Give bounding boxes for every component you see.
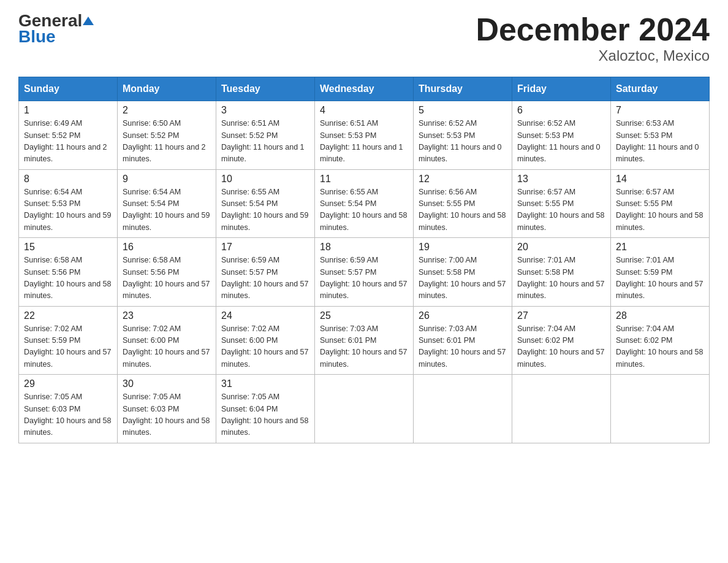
day-info: Sunrise: 6:59 AMSunset: 5:57 PMDaylight:… xyxy=(221,255,309,302)
day-number: 1 xyxy=(24,105,112,116)
calendar-week-row: 8 Sunrise: 6:54 AMSunset: 5:53 PMDayligh… xyxy=(19,169,710,238)
day-of-week-header: Sunday xyxy=(19,77,118,101)
day-number: 25 xyxy=(320,310,408,321)
calendar-week-row: 15 Sunrise: 6:58 AMSunset: 5:56 PMDaylig… xyxy=(19,238,710,307)
day-number: 15 xyxy=(24,242,112,253)
day-of-week-header: Thursday xyxy=(414,77,512,101)
calendar-cell: 17 Sunrise: 6:59 AMSunset: 5:57 PMDaylig… xyxy=(216,238,315,307)
calendar-week-row: 29 Sunrise: 7:05 AMSunset: 6:03 PMDaylig… xyxy=(19,375,710,443)
day-number: 21 xyxy=(616,242,704,253)
calendar-cell: 1 Sunrise: 6:49 AMSunset: 5:52 PMDayligh… xyxy=(19,101,118,170)
calendar-cell: 27 Sunrise: 7:04 AMSunset: 6:02 PMDaylig… xyxy=(512,306,611,375)
calendar-cell: 14 Sunrise: 6:57 AMSunset: 5:55 PMDaylig… xyxy=(611,169,710,238)
calendar-cell: 28 Sunrise: 7:04 AMSunset: 6:02 PMDaylig… xyxy=(611,306,710,375)
day-number: 26 xyxy=(419,310,507,321)
day-info: Sunrise: 6:55 AMSunset: 5:54 PMDaylight:… xyxy=(320,186,408,234)
day-info: Sunrise: 7:02 AMSunset: 6:00 PMDaylight:… xyxy=(123,323,211,371)
calendar-table: SundayMondayTuesdayWednesdayThursdayFrid… xyxy=(18,77,710,443)
logo-blue: Blue xyxy=(18,28,94,45)
day-info: Sunrise: 6:49 AMSunset: 5:52 PMDaylight:… xyxy=(24,118,112,166)
day-number: 3 xyxy=(221,105,309,116)
day-number: 20 xyxy=(517,242,605,253)
calendar-cell: 9 Sunrise: 6:54 AMSunset: 5:54 PMDayligh… xyxy=(118,169,216,238)
calendar-header-row: SundayMondayTuesdayWednesdayThursdayFrid… xyxy=(19,77,710,101)
calendar-cell: 12 Sunrise: 6:56 AMSunset: 5:55 PMDaylig… xyxy=(414,169,512,238)
day-number: 17 xyxy=(221,242,309,253)
day-info: Sunrise: 7:04 AMSunset: 6:02 PMDaylight:… xyxy=(616,323,704,371)
day-info: Sunrise: 7:04 AMSunset: 6:02 PMDaylight:… xyxy=(517,323,605,371)
calendar-cell: 3 Sunrise: 6:51 AMSunset: 5:52 PMDayligh… xyxy=(216,101,315,170)
calendar-cell xyxy=(315,375,414,443)
day-number: 5 xyxy=(419,105,507,116)
day-info: Sunrise: 6:51 AMSunset: 5:52 PMDaylight:… xyxy=(221,118,309,166)
calendar-cell xyxy=(512,375,611,443)
calendar-cell: 13 Sunrise: 6:57 AMSunset: 5:55 PMDaylig… xyxy=(512,169,611,238)
calendar-cell: 6 Sunrise: 6:52 AMSunset: 5:53 PMDayligh… xyxy=(512,101,611,170)
day-info: Sunrise: 7:03 AMSunset: 6:01 PMDaylight:… xyxy=(320,323,408,371)
logo: General Blue xyxy=(18,12,94,45)
day-of-week-header: Wednesday xyxy=(315,77,414,101)
calendar-cell: 30 Sunrise: 7:05 AMSunset: 6:03 PMDaylig… xyxy=(118,375,216,443)
day-number: 14 xyxy=(616,174,704,185)
calendar-cell: 15 Sunrise: 6:58 AMSunset: 5:56 PMDaylig… xyxy=(19,238,118,307)
calendar-cell xyxy=(414,375,512,443)
day-info: Sunrise: 7:05 AMSunset: 6:04 PMDaylight:… xyxy=(221,391,309,439)
calendar-cell: 10 Sunrise: 6:55 AMSunset: 5:54 PMDaylig… xyxy=(216,169,315,238)
logo-triangle-icon xyxy=(83,17,94,25)
calendar-cell xyxy=(611,375,710,443)
title-section: December 2024 Xaloztoc, Mexico xyxy=(476,12,710,64)
day-number: 30 xyxy=(123,378,211,389)
day-number: 13 xyxy=(517,174,605,185)
day-number: 16 xyxy=(123,242,211,253)
day-number: 11 xyxy=(320,174,408,185)
day-number: 4 xyxy=(320,105,408,116)
calendar-cell: 25 Sunrise: 7:03 AMSunset: 6:01 PMDaylig… xyxy=(315,306,414,375)
calendar-cell: 26 Sunrise: 7:03 AMSunset: 6:01 PMDaylig… xyxy=(414,306,512,375)
day-number: 6 xyxy=(517,105,605,116)
calendar-cell: 22 Sunrise: 7:02 AMSunset: 5:59 PMDaylig… xyxy=(19,306,118,375)
day-number: 9 xyxy=(123,174,211,185)
calendar-cell: 7 Sunrise: 6:53 AMSunset: 5:53 PMDayligh… xyxy=(611,101,710,170)
calendar-cell: 2 Sunrise: 6:50 AMSunset: 5:52 PMDayligh… xyxy=(118,101,216,170)
day-info: Sunrise: 6:57 AMSunset: 5:55 PMDaylight:… xyxy=(616,186,704,234)
day-info: Sunrise: 7:05 AMSunset: 6:03 PMDaylight:… xyxy=(123,391,211,439)
calendar-cell: 8 Sunrise: 6:54 AMSunset: 5:53 PMDayligh… xyxy=(19,169,118,238)
day-of-week-header: Tuesday xyxy=(216,77,315,101)
day-info: Sunrise: 6:57 AMSunset: 5:55 PMDaylight:… xyxy=(517,186,605,234)
day-info: Sunrise: 6:51 AMSunset: 5:53 PMDaylight:… xyxy=(320,118,408,166)
day-of-week-header: Friday xyxy=(512,77,611,101)
day-info: Sunrise: 7:05 AMSunset: 6:03 PMDaylight:… xyxy=(24,391,112,439)
day-number: 18 xyxy=(320,242,408,253)
day-info: Sunrise: 6:52 AMSunset: 5:53 PMDaylight:… xyxy=(419,118,507,166)
day-info: Sunrise: 7:01 AMSunset: 5:59 PMDaylight:… xyxy=(616,255,704,302)
day-info: Sunrise: 6:52 AMSunset: 5:53 PMDaylight:… xyxy=(517,118,605,166)
svg-marker-0 xyxy=(83,17,94,25)
day-number: 8 xyxy=(24,174,112,185)
calendar-cell: 16 Sunrise: 6:58 AMSunset: 5:56 PMDaylig… xyxy=(118,238,216,307)
calendar-week-row: 1 Sunrise: 6:49 AMSunset: 5:52 PMDayligh… xyxy=(19,101,710,170)
day-number: 2 xyxy=(123,105,211,116)
calendar-cell: 29 Sunrise: 7:05 AMSunset: 6:03 PMDaylig… xyxy=(19,375,118,443)
day-info: Sunrise: 7:02 AMSunset: 5:59 PMDaylight:… xyxy=(24,323,112,371)
calendar-cell: 23 Sunrise: 7:02 AMSunset: 6:00 PMDaylig… xyxy=(118,306,216,375)
day-info: Sunrise: 7:03 AMSunset: 6:01 PMDaylight:… xyxy=(419,323,507,371)
calendar-cell: 21 Sunrise: 7:01 AMSunset: 5:59 PMDaylig… xyxy=(611,238,710,307)
day-info: Sunrise: 6:56 AMSunset: 5:55 PMDaylight:… xyxy=(419,186,507,234)
calendar-week-row: 22 Sunrise: 7:02 AMSunset: 5:59 PMDaylig… xyxy=(19,306,710,375)
day-number: 31 xyxy=(221,378,309,389)
calendar-cell: 20 Sunrise: 7:01 AMSunset: 5:58 PMDaylig… xyxy=(512,238,611,307)
day-number: 24 xyxy=(221,310,309,321)
calendar-cell: 19 Sunrise: 7:00 AMSunset: 5:58 PMDaylig… xyxy=(414,238,512,307)
day-info: Sunrise: 6:58 AMSunset: 5:56 PMDaylight:… xyxy=(24,255,112,302)
day-info: Sunrise: 6:54 AMSunset: 5:53 PMDaylight:… xyxy=(24,186,112,234)
day-number: 23 xyxy=(123,310,211,321)
day-number: 10 xyxy=(221,174,309,185)
day-number: 22 xyxy=(24,310,112,321)
day-number: 28 xyxy=(616,310,704,321)
day-info: Sunrise: 6:58 AMSunset: 5:56 PMDaylight:… xyxy=(123,255,211,302)
day-info: Sunrise: 6:50 AMSunset: 5:52 PMDaylight:… xyxy=(123,118,211,166)
calendar-cell: 24 Sunrise: 7:02 AMSunset: 6:00 PMDaylig… xyxy=(216,306,315,375)
page-title: December 2024 xyxy=(476,12,710,47)
page-subtitle: Xaloztoc, Mexico xyxy=(476,47,710,64)
day-number: 29 xyxy=(24,378,112,389)
